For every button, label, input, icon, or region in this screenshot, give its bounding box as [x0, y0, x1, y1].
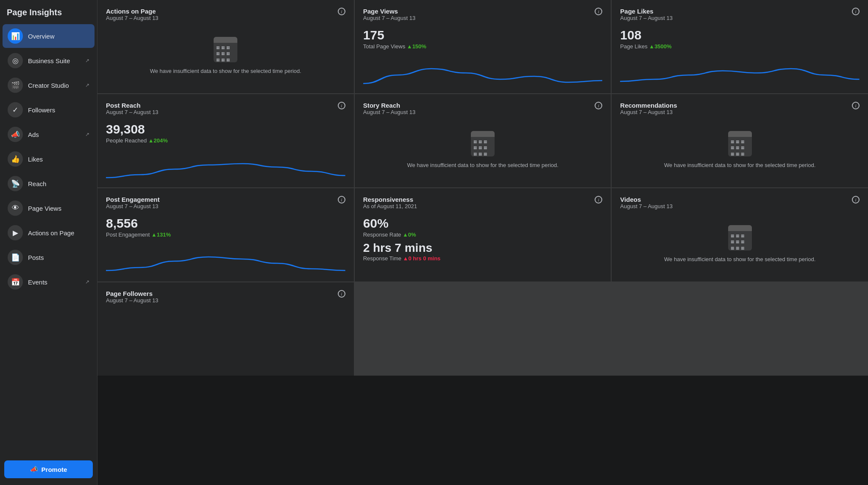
info-icon-post-reach[interactable]: i — [338, 102, 345, 109]
metric-date-page-likes: August 7 – August 13 — [620, 15, 673, 21]
external-icon-business-suite: ↗ — [85, 58, 89, 64]
info-icon-page-likes[interactable]: i — [852, 8, 860, 15]
sidebar-item-creator-studio[interactable]: 🎬 Creator Studio ↗ — [3, 73, 95, 97]
metric-date-post-engagement: August 7 – August 13 — [106, 203, 160, 209]
sidebar-item-ads[interactable]: 📣 Ads ↗ — [3, 123, 95, 146]
metric-card-actions-on-page: Actions on Page August 7 – August 13 i W… — [97, 0, 354, 93]
nav-icon-actions-on-page: ▶ — [8, 225, 23, 240]
metric-header: Recommendations August 7 – August 13 i — [620, 102, 860, 119]
info-icon-page-followers[interactable]: i — [338, 290, 345, 298]
nav-label-followers: Followers — [28, 106, 89, 114]
nav-label-overview: Overview — [28, 33, 89, 40]
main-content: Actions on Page August 7 – August 13 i W… — [97, 0, 868, 485]
metric-sub-page-likes: Page Likes ▲3500% — [620, 43, 860, 50]
metric-card-recommendations: Recommendations August 7 – August 13 i W… — [612, 94, 868, 187]
sidebar-item-likes[interactable]: 👍 Likes — [3, 147, 95, 171]
sidebar-item-followers[interactable]: ✓ Followers — [3, 98, 95, 122]
mini-chart-post-reach — [106, 154, 345, 180]
metric-title-page-likes: Page Likes — [620, 8, 673, 15]
metric-header: Story Reach August 7 – August 13 i — [363, 102, 603, 119]
metric-date-videos: August 7 – August 13 — [620, 203, 673, 209]
metric-header: Page Likes August 7 – August 13 i — [620, 8, 860, 25]
insufficient-msg-videos: We have insufficient data to show for th… — [620, 215, 860, 274]
nav-icon-business-suite: ◎ — [8, 53, 23, 68]
page-title: Page Insights — [0, 0, 97, 23]
info-icon-story-reach[interactable]: i — [595, 102, 602, 109]
sidebar-item-reach[interactable]: 📡 Reach — [3, 172, 95, 195]
nav-icon-followers: ✓ — [8, 102, 23, 117]
metric-title-post-reach: Post Reach — [106, 102, 159, 109]
sidebar-item-page-views[interactable]: 👁 Page Views — [3, 196, 95, 220]
metrics-grid: Actions on Page August 7 – August 13 i W… — [97, 0, 868, 376]
metric-value-post-engagement: 8,556 — [106, 216, 345, 231]
metric-card-videos: Videos August 7 – August 13 i We have in… — [612, 188, 868, 282]
metric-date-responsiveness: As of August 11, 2021 — [363, 203, 417, 209]
nav-label-posts: Posts — [28, 254, 89, 261]
metric-date-page-followers: August 7 – August 13 — [106, 297, 159, 304]
nav-icon-ads: 📣 — [8, 127, 23, 142]
nav-icon-posts: 📄 — [8, 250, 23, 265]
nav-icon-page-views: 👁 — [8, 201, 23, 216]
info-icon-videos[interactable]: i — [852, 196, 860, 203]
nav-label-page-views: Page Views — [28, 205, 89, 212]
nav-icon-creator-studio: 🎬 — [8, 78, 23, 93]
metric-date-page-views: August 7 – August 13 — [363, 15, 416, 21]
metric-date-recommendations: August 7 – August 13 — [620, 109, 677, 115]
metric-header: Page Views August 7 – August 13 i — [363, 8, 603, 25]
insufficient-msg-actions-on-page: We have insufficient data to show for th… — [106, 26, 345, 86]
promote-button[interactable]: 📣 Promote — [4, 460, 93, 478]
info-icon-recommendations[interactable]: i — [852, 102, 860, 109]
metric-card-post-reach: Post Reach August 7 – August 13 i 39,308… — [97, 94, 354, 187]
promote-label: Promote — [42, 466, 67, 473]
nav-label-business-suite: Business Suite — [28, 57, 80, 64]
metric-sub-responsiveness: Response Rate ▲0% — [363, 231, 603, 238]
external-icon-events: ↗ — [85, 279, 89, 285]
insufficient-text-recommendations: We have insufficient data to show for th… — [664, 162, 815, 169]
sidebar: Page Insights 📊 Overview ◎ Business Suit… — [0, 0, 97, 485]
metric-card-responsiveness: Responsiveness As of August 11, 2021 i 6… — [355, 188, 611, 282]
metric-card-page-views: Page Views August 7 – August 13 i 175 To… — [355, 0, 611, 93]
metric-header: Actions on Page August 7 – August 13 i — [106, 8, 345, 25]
metric-value-page-likes: 108 — [620, 28, 860, 42]
external-icon-creator-studio: ↗ — [85, 82, 89, 88]
calendar-icon-videos — [728, 225, 752, 251]
metric-header: Post Reach August 7 – August 13 i — [106, 102, 345, 119]
info-icon-post-engagement[interactable]: i — [338, 196, 345, 203]
sidebar-item-business-suite[interactable]: ◎ Business Suite ↗ — [3, 49, 95, 72]
sidebar-item-posts[interactable]: 📄 Posts — [3, 245, 95, 269]
metric-sub-post-reach: People Reached ▲204% — [106, 137, 345, 144]
info-icon-page-views[interactable]: i — [595, 8, 602, 15]
sidebar-item-events[interactable]: 📅 Events ↗ — [3, 270, 95, 294]
metric-header: Post Engagement August 7 – August 13 i — [106, 196, 345, 213]
sidebar-item-overview[interactable]: 📊 Overview — [3, 24, 95, 48]
external-icon-ads: ↗ — [85, 131, 89, 137]
nav-icon-likes: 👍 — [8, 151, 23, 167]
insufficient-text-videos: We have insufficient data to show for th… — [664, 256, 815, 263]
nav-label-actions-on-page: Actions on Page — [28, 229, 89, 237]
metric-card-page-likes: Page Likes August 7 – August 13 i 108 Pa… — [612, 0, 868, 93]
nav-label-reach: Reach — [28, 180, 89, 187]
sidebar-item-actions-on-page[interactable]: ▶ Actions on Page — [3, 221, 95, 245]
insufficient-msg-story-reach: We have insufficient data to show for th… — [363, 120, 603, 180]
mini-chart-page-likes — [620, 60, 860, 86]
nav-label-creator-studio: Creator Studio — [28, 82, 80, 89]
metric-title-actions-on-page: Actions on Page — [106, 8, 159, 15]
metric-header: Videos August 7 – August 13 i — [620, 196, 860, 213]
mini-chart-post-engagement — [106, 248, 345, 274]
metric-value-page-views: 175 — [363, 28, 603, 42]
metric-title-videos: Videos — [620, 196, 673, 203]
mini-chart-page-views — [363, 60, 603, 86]
nav-label-ads: Ads — [28, 131, 80, 138]
metric-title-page-views: Page Views — [363, 8, 416, 15]
insufficient-text-story-reach: We have insufficient data to show for th… — [407, 162, 558, 169]
metric-title-post-engagement: Post Engagement — [106, 196, 160, 203]
metric-sub-post-engagement: Post Engagement ▲131% — [106, 231, 345, 238]
metric-sub-page-views: Total Page Views ▲150% — [363, 43, 603, 50]
nav-label-likes: Likes — [28, 156, 89, 163]
metric-title-recommendations: Recommendations — [620, 102, 677, 109]
info-icon-responsiveness[interactable]: i — [595, 196, 602, 203]
nav-label-events: Events — [28, 279, 80, 286]
metric-value-post-reach: 39,308 — [106, 122, 345, 137]
info-icon-actions-on-page[interactable]: i — [338, 8, 345, 15]
metric-card-page-followers: Page Followers August 7 – August 13 i — [97, 282, 354, 376]
